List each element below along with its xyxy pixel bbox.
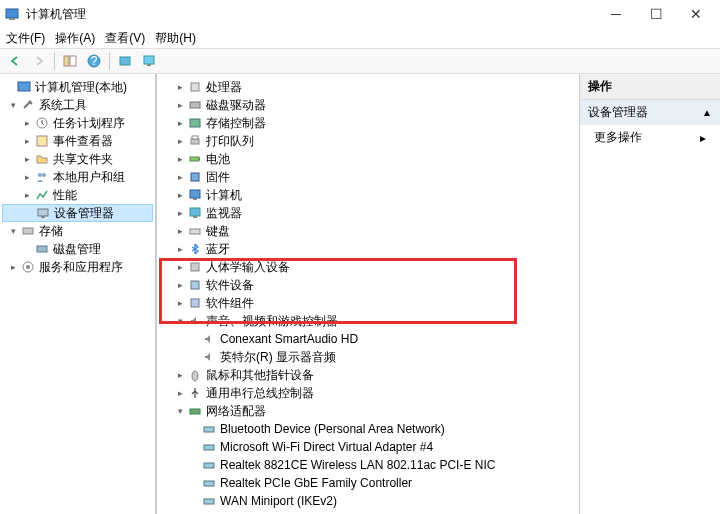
device-item[interactable]: WAN Miniport (IP) [159,510,577,514]
device-label: 蓝牙 [206,241,230,258]
svg-point-12 [38,173,42,177]
device-category[interactable]: 键盘 [159,222,577,240]
device-category[interactable]: 通用串行总线控制器 [159,384,577,402]
svg-rect-3 [70,56,76,66]
device-item[interactable]: Realtek PCIe GbE Family Controller [159,474,577,492]
bluetooth-icon [187,241,203,257]
menu-action[interactable]: 操作(A) [55,30,95,47]
device-category[interactable]: 存储控制器 [159,114,577,132]
device-label: 打印队列 [206,133,254,150]
help-button[interactable]: ? [83,50,105,72]
svg-rect-28 [190,190,200,198]
actions-context-label: 设备管理器 [588,104,648,121]
tree-systools[interactable]: 系统工具 [2,96,153,114]
device-label: 磁盘驱动器 [206,97,266,114]
monitor-button[interactable] [138,50,160,72]
tree-storage[interactable]: 存储 [2,222,153,240]
device-category[interactable]: 软件设备 [159,276,577,294]
actions-more-label: 更多操作 [594,129,642,146]
device-item[interactable]: Realtek 8821CE Wireless LAN 802.11ac PCI… [159,456,577,474]
tools-icon [20,97,36,113]
device-category[interactable]: 软件组件 [159,294,577,312]
usb-icon [187,385,203,401]
device-category[interactable]: 处理器 [159,78,577,96]
network-icon [187,403,203,419]
actions-more[interactable]: 更多操作 ▸ [580,125,720,150]
show-hide-tree-button[interactable] [59,50,81,72]
device-item[interactable]: WAN Miniport (IKEv2) [159,492,577,510]
svg-rect-24 [192,136,198,139]
svg-text:?: ? [91,54,98,68]
svg-rect-15 [41,216,45,218]
device-item[interactable]: 英特尔(R) 显示器音频 [159,348,577,366]
svg-point-13 [42,173,46,177]
svg-rect-35 [191,299,199,307]
device-category[interactable]: 监视器 [159,204,577,222]
device-tree[interactable]: 处理器 磁盘驱动器 存储控制器 打印队列 电池 固件 计算机 监视器 键盘 蓝牙… [156,74,580,514]
svg-rect-41 [204,481,214,486]
device-item[interactable]: Bluetooth Device (Personal Area Network) [159,420,577,438]
device-category-network[interactable]: 网络适配器 [159,402,577,420]
svg-rect-30 [190,208,200,216]
menu-view[interactable]: 查看(V) [105,30,145,47]
menu-help[interactable]: 帮助(H) [155,30,196,47]
device-label: 软件设备 [206,277,254,294]
tree-root[interactable]: 计算机管理(本地) [2,78,153,96]
svg-rect-23 [191,139,199,144]
forward-button[interactable] [28,50,50,72]
software-device-icon [187,277,203,293]
tree-local-users[interactable]: 本地用户和组 [2,168,153,186]
close-button[interactable]: ✕ [676,0,716,28]
network-adapter-icon [201,457,217,473]
chevron-right-icon: ▸ [700,131,706,145]
firmware-icon [187,169,203,185]
device-category[interactable]: 计算机 [159,186,577,204]
menu-file[interactable]: 文件(F) [6,30,45,47]
console-tree[interactable]: 计算机管理(本地) 系统工具 任务计划程序 事件查看器 共享文件夹 本地用户和组… [0,74,156,514]
tree-event-viewer[interactable]: 事件查看器 [2,132,153,150]
device-label: 存储控制器 [206,115,266,132]
device-label: Realtek 8821CE Wireless LAN 802.11ac PCI… [220,458,495,472]
tree-performance[interactable]: 性能 [2,186,153,204]
tree-device-manager[interactable]: 设备管理器 [2,204,153,222]
tree-task-scheduler[interactable]: 任务计划程序 [2,114,153,132]
maximize-button[interactable]: ☐ [636,0,676,28]
svg-rect-14 [38,209,48,216]
network-adapter-icon [201,475,217,491]
svg-rect-31 [193,216,197,218]
actions-context[interactable]: 设备管理器 ▲ [580,100,720,125]
tree-disk-mgmt[interactable]: 磁盘管理 [2,240,153,258]
scan-button[interactable] [114,50,136,72]
device-label: 软件组件 [206,295,254,312]
device-category[interactable]: 电池 [159,150,577,168]
device-label: 电池 [206,151,230,168]
device-category[interactable]: 打印队列 [159,132,577,150]
device-category[interactable]: 磁盘驱动器 [159,96,577,114]
svg-rect-32 [190,229,200,234]
device-category-sound[interactable]: 声音、视频和游戏控制器 [159,312,577,330]
svg-rect-2 [64,56,69,66]
svg-point-19 [26,265,30,269]
software-component-icon [187,295,203,311]
device-category[interactable]: 鼠标和其他指针设备 [159,366,577,384]
back-button[interactable] [4,50,26,72]
device-item[interactable]: Conexant SmartAudio HD [159,330,577,348]
svg-point-36 [192,371,198,381]
device-label: 计算机 [206,187,242,204]
device-category[interactable]: 蓝牙 [159,240,577,258]
device-label: 键盘 [206,223,230,240]
device-label: 通用串行总线控制器 [206,385,314,402]
clock-icon [34,115,50,131]
tree-label: 磁盘管理 [53,241,101,258]
network-adapter-icon [201,493,217,509]
minimize-button[interactable]: ─ [596,0,636,28]
device-label: 固件 [206,169,230,186]
tree-label: 设备管理器 [54,205,114,222]
tree-label: 性能 [53,187,77,204]
device-category[interactable]: 固件 [159,168,577,186]
device-item[interactable]: Microsoft Wi-Fi Direct Virtual Adapter #… [159,438,577,456]
device-category[interactable]: 人体学输入设备 [159,258,577,276]
svg-rect-27 [191,173,199,181]
tree-shared-folders[interactable]: 共享文件夹 [2,150,153,168]
tree-services[interactable]: 服务和应用程序 [2,258,153,276]
